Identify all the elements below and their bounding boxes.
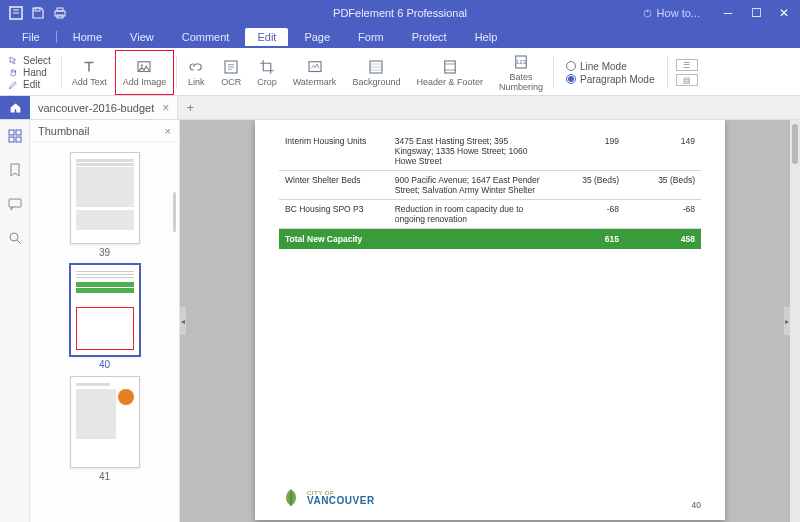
capacity-table: Interim Housing Units3475 East Hasting S… [279,132,701,249]
svg-point-6 [646,10,647,11]
thumb-item-41[interactable]: 41 [70,376,140,482]
svg-text:123: 123 [516,59,527,65]
page-viewer: ◂ Interim Housing Units3475 East Hasting… [180,120,800,522]
svg-rect-3 [57,8,63,11]
add-image-tool[interactable]: Add Image [115,50,175,95]
line-mode-radio[interactable]: Line Mode [566,61,655,72]
header-footer-tool[interactable]: Header & Footer [408,50,491,95]
layout-switch-2[interactable]: ▤ [676,74,698,86]
howto-link[interactable]: How to... [642,7,700,19]
thumb-scrollbar[interactable] [173,192,176,232]
logo-vancouver: VANCOUVER [307,496,375,506]
ribbon-toolbar: Select Hand Edit Add Text Add Image Link… [0,48,800,96]
print-icon[interactable] [52,5,68,21]
thumb-item-40[interactable]: 40 [70,264,140,370]
link-label: Link [188,78,205,87]
leaf-icon [279,486,303,510]
table-row: Winter Shelter Beds900 Pacific Avenue; 1… [279,171,701,200]
thumb-num-41: 41 [99,471,110,482]
ocr-tool[interactable]: OCR [213,50,249,95]
background-label: Background [352,78,400,87]
line-mode-label: Line Mode [580,61,627,72]
maximize-button[interactable]: ☐ [744,4,768,22]
minimize-button[interactable]: ─ [716,4,740,22]
thumbnail-title: Thumbnail [38,125,89,137]
svg-point-8 [141,64,143,66]
save-icon[interactable] [30,5,46,21]
pdf-page: Interim Housing Units3475 East Hasting S… [255,120,725,520]
svg-rect-17 [9,137,14,142]
svg-rect-19 [9,199,21,207]
document-tabs: vancouver-2016-budget × + [0,96,800,120]
app-logo-icon[interactable] [8,5,24,21]
page-number: 40 [692,500,701,510]
document-tab-label: vancouver-2016-budget [38,102,154,114]
thumb-num-39: 39 [99,247,110,258]
thumbnail-close-icon[interactable]: × [165,125,171,137]
document-tab[interactable]: vancouver-2016-budget × [30,96,178,119]
app-title: PDFelement 6 Professional [333,7,467,19]
crop-tool[interactable]: Crop [249,50,285,95]
add-tab-button[interactable]: + [178,96,202,119]
hand-tool[interactable]: Hand [8,67,51,78]
thumb-item-39[interactable]: 39 [70,152,140,258]
layout-switch-1[interactable]: ☰ [676,59,698,71]
ocr-label: OCR [221,78,241,87]
menu-form[interactable]: Form [346,28,396,46]
menu-view[interactable]: View [118,28,166,46]
watermark-tool[interactable]: Watermark [285,50,345,95]
tab-close-icon[interactable]: × [162,101,169,115]
select-label: Select [23,55,51,66]
table-total-row: Total New Capacity615458 [279,229,701,250]
collapse-left-handle[interactable]: ◂ [180,307,186,335]
header-footer-label: Header & Footer [416,78,483,87]
vancouver-logo: CITY OFVANCOUVER [279,486,375,510]
add-text-tool[interactable]: Add Text [64,50,115,95]
bookmark-rail-icon[interactable] [7,162,23,178]
svg-rect-18 [16,137,21,142]
search-rail-icon[interactable] [7,230,23,246]
thumbnails-rail-icon[interactable] [7,128,23,144]
svg-rect-12 [444,61,455,73]
menu-page[interactable]: Page [292,28,342,46]
menu-home[interactable]: Home [61,28,114,46]
hand-label: Hand [23,67,47,78]
watermark-label: Watermark [293,78,337,87]
menu-help[interactable]: Help [463,28,510,46]
svg-point-20 [10,233,18,241]
add-text-label: Add Text [72,78,107,87]
edit-tool[interactable]: Edit [8,79,51,90]
close-window-button[interactable]: ✕ [772,4,796,22]
comments-rail-icon[interactable] [7,196,23,212]
crop-label: Crop [257,78,277,87]
title-bar: PDFelement 6 Professional How to... ─ ☐ … [0,0,800,26]
edit-label: Edit [23,79,40,90]
viewer-scrollbar[interactable] [790,120,800,522]
howto-label: How to... [657,7,700,19]
select-tool[interactable]: Select [8,55,51,66]
table-row: Interim Housing Units3475 East Hasting S… [279,132,701,171]
menu-comment[interactable]: Comment [170,28,242,46]
background-tool[interactable]: Background [344,50,408,95]
thumbnail-panel: Thumbnail × 39 40 41 [30,120,180,522]
menu-edit[interactable]: Edit [245,28,288,46]
side-rail [0,120,30,522]
table-row: BC Housing SPO P3Reduction in room capac… [279,200,701,229]
menu-bar: File Home View Comment Edit Page Form Pr… [0,26,800,48]
menu-protect[interactable]: Protect [400,28,459,46]
menu-file[interactable]: File [10,28,52,46]
home-tab-button[interactable] [0,96,30,119]
svg-rect-15 [9,130,14,135]
bates-tool[interactable]: 123Bates Numbering [491,50,551,95]
paragraph-mode-radio[interactable]: Paragraph Mode [566,74,655,85]
thumb-num-40: 40 [99,359,110,370]
add-image-label: Add Image [123,78,167,87]
edit-mode-group: Line Mode Paragraph Mode [556,50,665,95]
svg-rect-10 [309,62,321,72]
svg-rect-16 [16,130,21,135]
paragraph-mode-label: Paragraph Mode [580,74,655,85]
bates-label: Bates Numbering [499,73,543,92]
link-tool[interactable]: Link [179,50,213,95]
svg-rect-1 [35,8,40,11]
